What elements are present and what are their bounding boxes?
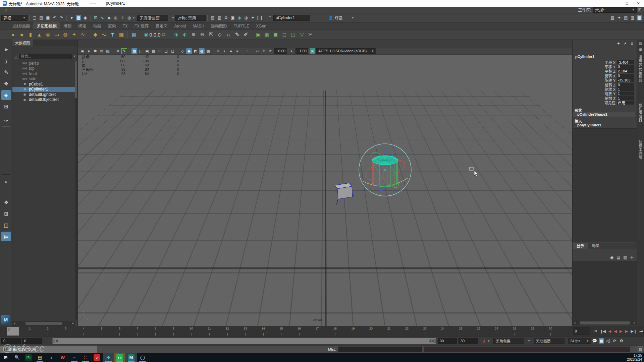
- isolate-select-icon[interactable]: ◌: [245, 48, 250, 54]
- connect-tool-icon[interactable]: ✐: [242, 31, 250, 39]
- exposure-icon[interactable]: ⟳: [267, 48, 273, 54]
- app-wps[interactable]: W: [57, 353, 68, 362]
- shelf-tab[interactable]: 绑定: [75, 22, 90, 29]
- save-scene-button[interactable]: ▣: [45, 15, 51, 20]
- anim-layer-caret[interactable]: ▼: [528, 340, 530, 343]
- side-tab-modeling-toolkit[interactable]: 建模工具包: [638, 140, 644, 159]
- go-to-start-button[interactable]: ⏮: [594, 329, 597, 334]
- shelf-tab[interactable]: MASH: [189, 23, 208, 29]
- outliner-filter-icon[interactable]: ≡: [14, 54, 18, 59]
- channel-box-object-name[interactable]: pCylinder1: [575, 55, 594, 59]
- field-chart-icon[interactable]: ⊞: [157, 48, 163, 54]
- extrude-icon[interactable]: ⇱: [207, 31, 215, 39]
- open-scene-button[interactable]: ▤: [39, 15, 44, 20]
- cv-curve-tool-icon[interactable]: ◆: [91, 31, 99, 39]
- mel-command-input[interactable]: [338, 347, 422, 352]
- shelf-tab[interactable]: 渲染: [104, 22, 119, 29]
- shelf-tab[interactable]: TURTLE: [230, 23, 253, 29]
- layout-outliner-persp-button[interactable]: ▤: [1, 232, 11, 241]
- time-slider[interactable]: 0 12345678910111213141516171819202122232…: [0, 326, 644, 336]
- poly-sphere-icon[interactable]: ●: [9, 31, 17, 39]
- poly-cone-icon[interactable]: ▲: [35, 31, 43, 39]
- match-transform-icon[interactable]: ⊚: [160, 31, 168, 39]
- animation-preferences-icon[interactable]: ▦: [599, 338, 604, 344]
- channel-value-field[interactable]: 0: [617, 65, 634, 69]
- close-button[interactable]: ✕: [633, 0, 644, 7]
- toggle-channel-box-button[interactable]: ▦: [637, 15, 642, 20]
- play-backwards-button[interactable]: ◀: [614, 329, 616, 334]
- sign-in-dropdown[interactable]: 👤 登录 ▼: [328, 15, 354, 21]
- all-lights-icon[interactable]: ☀: [215, 48, 221, 54]
- poly-cylinder-icon[interactable]: ▮: [26, 31, 35, 39]
- joints-xray-icon[interactable]: ✚: [261, 48, 267, 54]
- paint-select-tool[interactable]: ✎: [1, 67, 11, 77]
- new-scene-button[interactable]: ▢: [32, 15, 37, 20]
- gamma-field[interactable]: 1.00: [296, 48, 308, 54]
- select-by-hierarchy-button[interactable]: ➤: [69, 15, 74, 20]
- rotate-tool[interactable]: ◈: [1, 90, 11, 100]
- mirror-icon[interactable]: ◫: [289, 31, 297, 39]
- workspace-lock-icon[interactable]: ⚿: [638, 8, 641, 12]
- channel-value-field[interactable]: 0: [617, 83, 634, 87]
- start-button[interactable]: ⊞: [0, 353, 11, 362]
- ep-curve-tool-icon[interactable]: ～: [100, 31, 108, 39]
- shelf-tab[interactable]: XGen: [253, 23, 270, 29]
- menu-set-dropdown[interactable]: 建模▼: [1, 15, 28, 21]
- safe-title-icon[interactable]: ◻: [170, 48, 175, 54]
- channel-value-field[interactable]: 1: [617, 92, 634, 96]
- channel-value-field[interactable]: 2.184: [617, 69, 634, 73]
- app-edge[interactable]: ◕: [46, 353, 57, 362]
- new-layer-from-selected-icon[interactable]: ▥: [623, 255, 628, 260]
- shaded-mode-icon[interactable]: ◆: [186, 48, 192, 54]
- channel-value-field[interactable]: 1: [617, 87, 634, 91]
- boolean-difference-icon[interactable]: ⬖: [181, 31, 189, 39]
- redo-button[interactable]: ↷: [59, 15, 64, 20]
- step-forward-frame-button[interactable]: ▶❙: [631, 329, 637, 334]
- snap-to-projected-center-button[interactable]: ◎: [113, 15, 118, 20]
- retopologize-icon[interactable]: ◼: [272, 31, 280, 39]
- toggle-tool-settings-button[interactable]: ▥: [630, 15, 635, 20]
- script-editor-icon[interactable]: ▤: [638, 347, 643, 352]
- snap-options-caret[interactable]: ▼: [132, 16, 135, 19]
- grease-pencil-icon[interactable]: ✎: [121, 48, 127, 54]
- loop-icon[interactable]: ⟳: [612, 338, 618, 344]
- app-meeting[interactable]: ◯: [137, 353, 148, 362]
- toggle-attribute-editor-button[interactable]: ▤: [623, 15, 629, 20]
- select-tool[interactable]: ➤: [1, 45, 11, 54]
- range-slider-right-grip[interactable]: [433, 339, 436, 343]
- reduce-icon[interactable]: ▽: [298, 31, 306, 39]
- text-tool-icon[interactable]: T: [109, 31, 117, 39]
- gate-mask-icon[interactable]: ▩: [151, 48, 156, 54]
- app-file-explorer[interactable]: ▤: [34, 353, 46, 362]
- move-to-origin-icon[interactable]: 0,0,0: [151, 31, 159, 39]
- character-set-dropdown[interactable]: 无角色集: [493, 338, 524, 344]
- mel-label[interactable]: MEL: [328, 347, 336, 351]
- ambient-occlusion-icon[interactable]: ●: [228, 48, 234, 54]
- multi-cut-icon[interactable]: ✎: [233, 31, 241, 39]
- snap-to-grid-button[interactable]: ⊞: [93, 15, 98, 20]
- channel-box-settings-icon[interactable]: ≡: [629, 41, 635, 46]
- launch-render-settings-button[interactable]: ✦: [250, 15, 256, 20]
- show-outputs-button[interactable]: ▥: [217, 15, 222, 20]
- go-to-end-button[interactable]: ⏭: [639, 329, 643, 334]
- poly-cube-icon[interactable]: ■: [18, 31, 26, 39]
- shelf-tab[interactable]: 动画: [90, 22, 104, 29]
- maximize-button[interactable]: □: [621, 0, 633, 7]
- outliner-item[interactable]: top: [12, 66, 75, 71]
- playback-end-field[interactable]: 30: [438, 338, 457, 344]
- snap-to-view-plane-button[interactable]: ⊹: [120, 15, 125, 20]
- snap-to-point-button[interactable]: ◆: [106, 15, 112, 20]
- channel-value-field[interactable]: -35.103: [617, 78, 634, 82]
- shape-node-item[interactable]: pCylinderShape1: [573, 112, 635, 117]
- side-tab-channel-box[interactable]: 通道盒/层编辑器: [638, 55, 644, 82]
- bridge-icon[interactable]: ∩: [224, 31, 232, 39]
- step-back-key-button[interactable]: ◀: [608, 329, 611, 334]
- taskbar-clock[interactable]: 17:25 2026/2/24: [627, 354, 642, 362]
- wireframe-icon[interactable]: ◇: [180, 48, 185, 54]
- app-pt[interactable]: Pt: [23, 353, 34, 362]
- range-slider[interactable]: 0 30: [52, 338, 436, 344]
- quad-draw-icon[interactable]: ▣: [254, 31, 262, 39]
- side-tab-attribute-editor[interactable]: 属性编辑器: [638, 104, 644, 122]
- 2d-pan-zoom-icon[interactable]: ✥: [115, 48, 121, 54]
- shelf-tab[interactable]: FX: [119, 23, 131, 29]
